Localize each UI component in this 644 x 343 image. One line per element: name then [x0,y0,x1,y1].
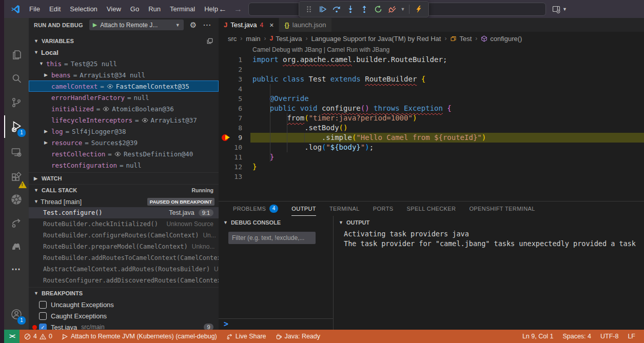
debug-console-header[interactable]: ▼ DEBUG CONSOLE [219,216,333,229]
tree-chevron-icon[interactable]: ▶ [44,140,51,145]
customize-layout-button[interactable]: ▼ [552,0,567,18]
code-line[interactable]: 7 from("timer:java?period=1000") [219,113,644,123]
activity-extensions[interactable] [4,167,29,189]
watch-section-header[interactable]: ▶ WATCH [29,172,219,184]
breadcrumb-item[interactable]: src [228,35,237,43]
breakpoint-row[interactable]: Uncaught Exceptions [29,299,219,310]
step-into-icon[interactable] [344,3,357,15]
tree-chevron-icon[interactable]: ▼ [34,50,41,55]
line-number[interactable]: 4 [219,84,242,94]
breakpoints-section-header[interactable]: ▼ BREAKPOINTS [29,287,219,299]
cursor-position[interactable]: Ln 9, Col 1 [518,333,558,340]
code-line[interactable]: 1import org.apache.camel.builder.RouteBu… [219,55,644,65]
code-line[interactable]: 11 } [219,152,644,162]
code-line[interactable]: 9 .simple("Hello Camel from ${routeId}") [219,133,644,143]
panel-tab-spell-checker[interactable]: SPELL CHECKER [407,201,456,216]
output-header[interactable]: ▼ OUTPUT [334,216,644,229]
panel-tab-problems[interactable]: PROBLEMS4 [233,201,278,216]
start-debug-icon[interactable]: ▶ [93,22,97,28]
breadcrumb[interactable]: src›main›JTest.java›Language Support for… [219,32,644,45]
breadcrumb-item[interactable]: main [246,35,260,43]
menu-terminal[interactable]: Terminal [165,0,200,18]
disconnect-icon[interactable] [386,3,398,15]
variable-row[interactable]: ▼Local [29,47,219,58]
activity-kubernetes[interactable] [4,188,29,211]
debug-console-input[interactable]: > [219,318,333,330]
code-line[interactable]: 5 @Override [219,94,644,104]
live-share-status[interactable]: Live Share [222,330,271,343]
activity-more-icon[interactable]: ⋯ [4,258,29,280]
variables-section-header[interactable]: ▼ VARIABLES [29,35,219,47]
panel-tab-output[interactable]: OUTPUT [291,201,316,216]
breakpoint-row[interactable]: Caught Exceptions [29,310,219,321]
code-line[interactable]: 3public class Test extends RouteBuilder … [219,74,644,84]
code-line[interactable]: 6 public void configure() throws Excepti… [219,104,644,113]
activity-accounts[interactable]: 1 [4,303,29,326]
menu-view[interactable]: View [102,0,126,18]
thread-row[interactable]: ▼ Thread [main] PAUSED ON BREAKPOINT [29,196,219,207]
line-number[interactable]: 11 [219,152,242,162]
panel-tab-terminal[interactable]: TERMINAL [329,201,360,216]
code-line[interactable]: 8 .setBody() [219,123,644,133]
code-area[interactable]: 1import org.apache.camel.builder.RouteBu… [219,55,644,181]
breadcrumb-item[interactable]: Test [450,35,472,43]
debug-target-status[interactable]: Attach to Remote JVM (Kubernetes) (camel… [57,330,222,343]
tree-chevron-icon[interactable]: ▶ [44,129,51,134]
tree-chevron-icon[interactable]: ▼ [39,61,46,66]
activity-search[interactable] [4,67,29,90]
nav-back-icon[interactable]: ← [219,0,227,18]
variable-row[interactable]: lifecycleInterceptors=ArrayList@37 [29,114,219,126]
menu-go[interactable]: Go [126,0,144,18]
tree-chevron-icon[interactable]: ▶ [44,72,51,77]
variable-row[interactable]: ▶beans=ArrayList@34 null [29,69,219,80]
menu-run[interactable]: Run [144,0,165,18]
step-out-icon[interactable] [358,3,370,15]
stack-frame-row[interactable]: RouteBuilder.checkInitialized()Unknown S… [29,218,219,230]
line-number[interactable]: 6 [219,104,242,113]
stack-frame-row[interactable]: RoutesConfigurer.addDiscoveredRoutes(Cam… [29,275,219,286]
variable-row[interactable]: restConfiguration=null [29,159,219,171]
line-number[interactable]: 7 [219,113,242,123]
tab-close-icon[interactable]: × [269,21,274,29]
variable-row[interactable]: ▼this=Test@25 null [29,58,219,69]
line-number[interactable]: 5 [219,94,242,104]
breakpoint-checkbox[interactable] [39,312,47,320]
step-over-icon[interactable] [330,3,343,15]
line-number[interactable]: 13 [219,172,242,181]
activity-camel[interactable] [4,234,29,257]
activity-live-share[interactable] [4,212,29,234]
remote-indicator[interactable]: >< [4,330,19,343]
variable-row[interactable]: ▶log=Slf4jLogger@38 [29,126,219,137]
breadcrumb-item[interactable]: JTest.java [270,35,302,43]
line-number[interactable]: 2 [219,65,242,74]
problems-status[interactable]: 4 0 [19,330,57,343]
code-line[interactable]: 13 [219,172,644,181]
debug-settings-gear-icon[interactable]: ⚙ [190,21,197,29]
breadcrumb-item[interactable]: Language Support for Java(TM) by Red Hat [311,35,441,43]
line-number[interactable]: 3 [219,74,242,84]
hot-code-replace-icon[interactable] [413,3,425,15]
panel-tab-openshift-terminal[interactable]: OPENSHIFT TERMINAL [469,201,535,216]
stack-frame-row[interactable]: RouteBuilder.prepareModel(CamelContext)U… [29,241,219,252]
eol-status[interactable]: LF [623,333,640,340]
line-number[interactable]: 9 [219,133,242,143]
panel-tab-ports[interactable]: PORTS [373,201,394,216]
encoding-status[interactable]: UTF-8 [596,333,623,340]
activity-remote-explorer[interactable] [4,141,29,164]
line-number[interactable]: 1 [219,55,242,65]
editor-tab-launch-json[interactable]: {}launch.json [279,18,331,32]
menu-file[interactable]: File [25,0,45,18]
nav-forward-icon[interactable]: → [234,0,242,18]
stack-frame-row[interactable]: Test.configure()Test.java9:1 [29,207,219,218]
breadcrumb-item[interactable]: configure() [481,35,522,43]
code-line[interactable]: 10 .log("${body}"); [219,143,644,152]
variable-row[interactable]: initialized=AtomicBoolean@36 [29,103,219,114]
codelens[interactable]: Camel Debug with JBang | Camel Run with … [219,45,644,55]
continue-icon[interactable] [317,3,329,15]
drag-grip-icon[interactable] [303,3,315,15]
activity-run-debug[interactable]: 1 [4,115,29,138]
variable-row[interactable]: errorHandlerFactory=null [29,92,219,103]
breakpoint-checkbox[interactable]: ✓ [39,324,47,330]
debug-console-filter-input[interactable]: Filter (e.g. text, !exclude,... [228,232,316,244]
activity-explorer[interactable] [4,44,29,66]
